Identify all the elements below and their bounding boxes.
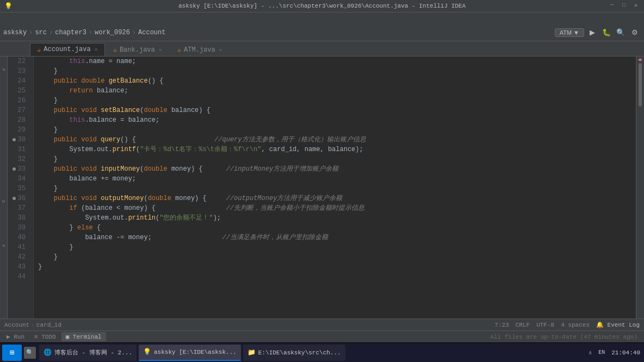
debug-button[interactable]: 🐛 [600, 27, 612, 39]
scroll-track[interactable] [638, 63, 642, 317]
status-sep: › [31, 322, 35, 328]
editor-container: 22 23 24 25 26 27 28 29 30 31 32 33 34 3… [8, 57, 636, 319]
taskbar-explorer-item[interactable]: 📁 E:\IDE\asksky\src\ch... [243, 345, 345, 361]
browser-icon: 🌐 [44, 348, 52, 357]
title-bar-controls: ─ □ ✕ [608, 2, 640, 10]
code-line-23: } [38, 66, 636, 76]
atm-label: ATM ▼ [560, 29, 579, 36]
code-line-34: balance += money; [38, 174, 636, 184]
breadcrumb-chapter3[interactable]: chapter3 [55, 29, 86, 36]
ln-34: 34 [8, 174, 29, 184]
maximize-button[interactable]: □ [620, 2, 628, 10]
ln-40: 40 [8, 233, 29, 242]
tab-bank-java[interactable]: ☕ Bank.java ✕ [106, 43, 169, 56]
code-line-22: this.name = name; [38, 57, 636, 66]
toolbar-right: ATM ▼ ▶ 🐛 🔍 ⚙ [555, 27, 641, 39]
run-button[interactable]: ▶ [586, 27, 598, 39]
bottom-tabs: ▶ Run ≡ TODO ▣ Terminal All files are up… [0, 330, 644, 342]
ln-27: 27 [8, 105, 29, 115]
ln-24: 24 [8, 76, 29, 86]
ln-42: 42 [8, 252, 29, 262]
code-line-24: public double getBalance() { [38, 76, 636, 86]
line-numbers: 22 23 24 25 26 27 28 29 30 31 32 33 34 3… [8, 57, 34, 319]
start-button[interactable]: ⊞ [2, 345, 22, 361]
status-indent[interactable]: 4 spaces [561, 322, 590, 328]
code-line-38: System.out.println("您的余额不足！"); [38, 213, 636, 223]
tab-atm-java[interactable]: ☕ ATM.java ✕ [170, 43, 230, 56]
close-button[interactable]: ✕ [632, 2, 640, 10]
breadcrumb-work0926[interactable]: work_0926 [95, 29, 130, 36]
taskbar-blog-item[interactable]: 🌐 博客后台 - 博客网 - 2... [39, 345, 137, 361]
event-log-label[interactable]: 🔔 Event Log [596, 321, 640, 328]
ln-35: 35 [8, 184, 29, 194]
left-sidebar: P S F [0, 57, 8, 319]
code-line-33: public void inputMoney(double money) { /… [38, 164, 636, 174]
keyboard-icon[interactable]: EN [597, 349, 606, 355]
editor-tabs: ☕ Account.java ✕ ☕ Bank.java ✕ ☕ ATM.jav… [0, 41, 644, 57]
status-right: 7:23 CRLF UTF-8 4 spaces 🔔 Event Log [494, 321, 640, 328]
minimize-button[interactable]: ─ [608, 2, 616, 10]
taskbar-intellij-item[interactable]: 💡 asksky [E:\IDE\asksk... [139, 345, 241, 361]
breadcrumb-src[interactable]: src [35, 29, 47, 36]
run-tab[interactable]: ▶ Run [2, 332, 29, 341]
atm-button[interactable]: ATM ▼ [555, 28, 584, 37]
breadcrumb-account[interactable]: Account [138, 29, 165, 36]
tab-close-bank[interactable]: ✕ [159, 47, 162, 53]
toolbar: asksky › src › chapter3 › work_0926 › Ac… [0, 24, 644, 41]
ln-23: 23 [8, 66, 29, 76]
code-line-42: } [38, 252, 636, 262]
ln-25: 25 [8, 86, 29, 96]
ln-36: 36 [8, 194, 29, 203]
search-button[interactable]: 🔍 [615, 27, 627, 39]
breadcrumb-asksky[interactable]: asksky [3, 29, 27, 36]
code-line-40: balance -= money; //当满足条件时，从账户里扣除金额 [38, 233, 636, 242]
ln-39: 39 [8, 223, 29, 233]
title-bar-left: 💡 [4, 2, 13, 10]
systray-icons[interactable]: ∧ [587, 349, 593, 356]
ln-22: 22 [8, 57, 29, 66]
clock: 21:04:40 [610, 349, 642, 356]
status-line-ending[interactable]: CRLF [516, 322, 530, 328]
code-line-28: this.balance = balance; [38, 115, 636, 125]
project-sidebar-btn[interactable]: P [1, 59, 7, 80]
code-line-31: System.out.printf("卡号：%d\t名字：%s\t余额：%f\r… [38, 145, 636, 154]
code-line-27: public void setBalance(double balance) { [38, 105, 636, 115]
code-line-39: } else { [38, 223, 636, 233]
java-icon-atm: ☕ [177, 46, 181, 54]
settings-button[interactable]: ⚙ [629, 27, 641, 39]
folder-icon: 📁 [247, 348, 256, 357]
ln-41: 41 [8, 242, 29, 252]
code-line-37: if (balance < money) { //先判断，当账户余额小于扣除金额… [38, 203, 636, 213]
structure-sidebar-btn[interactable]: S [1, 190, 7, 212]
editor-scroll[interactable]: 22 23 24 25 26 27 28 29 30 31 32 33 34 3… [8, 57, 636, 319]
tab-close-atm[interactable]: ✕ [219, 47, 222, 53]
tab-label: Account.java [44, 46, 90, 53]
code-area[interactable]: this.name = name; } public double getBal… [34, 57, 636, 319]
ln-43: 43 [8, 262, 29, 272]
right-sidebar [636, 57, 644, 319]
code-line-30: public void query() { //query方法无参数，用于（格式… [38, 135, 636, 145]
tab-account-java[interactable]: ☕ Account.java ✕ [30, 43, 105, 56]
ln-38: 38 [8, 213, 29, 223]
status-encoding[interactable]: UTF-8 [536, 322, 554, 328]
search-taskbar-btn[interactable]: 🔍 [24, 347, 36, 359]
ln-33: 33 [8, 164, 29, 174]
scroll-thumb[interactable] [639, 63, 642, 107]
title-bar: 💡 asksky [E:\IDE\asksky] - ...\src\chapt… [0, 0, 644, 12]
code-line-43: } [38, 262, 636, 272]
ln-32: 32 [8, 154, 29, 164]
code-line-26: } [38, 96, 636, 105]
ln-29: 29 [8, 125, 29, 135]
code-line-44 [38, 272, 636, 282]
code-line-35: } [38, 184, 636, 194]
favorites-sidebar-btn[interactable]: F [1, 235, 7, 257]
terminal-tab[interactable]: ▣ Terminal [61, 332, 106, 341]
todo-tab[interactable]: ≡ TODO [30, 333, 60, 341]
tab-label-bank: Bank.java [120, 46, 155, 54]
status-class: Account [4, 322, 29, 328]
error-marker [639, 59, 642, 61]
code-line-41: } [38, 242, 636, 252]
tab-close-account[interactable]: ✕ [95, 46, 98, 53]
search-taskbar-icon: 🔍 [26, 349, 34, 356]
taskbar: ⊞ 🔍 🌐 博客后台 - 博客网 - 2... 💡 asksky [E:\IDE… [0, 342, 644, 362]
